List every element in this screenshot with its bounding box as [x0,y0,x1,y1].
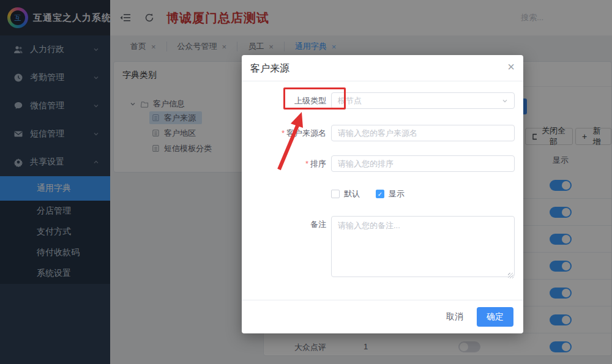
show-checkbox[interactable]: ✓ [376,190,384,198]
sort-label: *排序 [242,155,326,172]
confirm-button[interactable]: 确定 [477,307,513,327]
source-name-label: *客户来源名 [242,125,326,141]
remark-label: 备注 [242,216,326,232]
source-name-input[interactable] [331,125,515,141]
form-row-remark: 备注 [242,216,523,280]
parent-type-select[interactable]: 根节点 [331,92,515,109]
default-checkbox-group[interactable]: 默认 [331,188,360,199]
form-row-sort: *排序 [242,155,523,172]
dialog-header: 客户来源 × [242,55,523,81]
remark-textarea[interactable] [331,216,515,277]
close-dialog-icon[interactable]: × [507,61,515,73]
form-row-parent-type: 上级类型 根节点 [242,92,523,109]
dialog-footer: 取消 确定 [242,300,523,333]
form-row-checkboxes: 默认 ✓ 显示 [331,189,523,199]
sort-input[interactable] [331,155,515,172]
required-asterisk: * [305,159,308,168]
required-asterisk: * [282,128,285,138]
dialog-body: 上级类型 根节点 *客户来源名 *排序 [242,81,523,280]
form-row-source-name: *客户来源名 [242,125,523,141]
show-checkbox-label: 显示 [389,188,405,199]
parent-type-label: 上级类型 [242,92,326,109]
parent-type-value: 根节点 [338,95,502,106]
app-root: 互通宝之人力系统 人力行政 考勤管理 微信管理 短信管理 [0,0,612,364]
cancel-button[interactable]: 取消 [438,307,472,327]
customer-source-dialog: 客户来源 × 上级类型 根节点 *客户来源名 *排序 [242,55,523,333]
show-checkbox-group[interactable]: ✓ 显示 [376,188,405,199]
chevron-down-icon [502,98,508,104]
dialog-title: 客户来源 [242,55,523,81]
default-checkbox[interactable] [331,190,340,198]
default-checkbox-label: 默认 [344,188,360,199]
